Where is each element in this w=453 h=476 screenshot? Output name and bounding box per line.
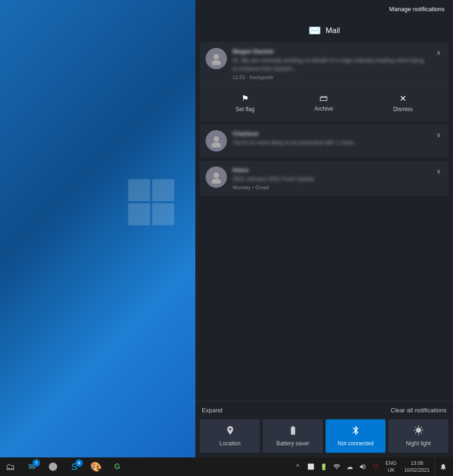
tray-battery[interactable]: 🔋 xyxy=(318,457,330,476)
action-center-bottom-bar: Expand Clear all notifications Location … xyxy=(195,401,453,457)
notif-sender-2: Charlene xyxy=(233,130,429,137)
tray-chevron[interactable]: ^ xyxy=(292,457,304,476)
avatar-1 xyxy=(206,48,227,69)
record-icon xyxy=(49,463,57,471)
avatar-2 xyxy=(206,130,227,152)
notif-collapse-btn-3[interactable]: ∨ xyxy=(434,166,443,176)
tray-date: 16/02/2021 xyxy=(404,467,430,474)
tray-language[interactable]: ENG UK xyxy=(383,457,400,476)
svg-rect-2 xyxy=(128,203,150,225)
notifications-list: Megan Danish Hi, We are currently workin… xyxy=(195,42,453,401)
battery-saver-icon xyxy=(288,425,298,438)
taskbar-skype[interactable]: S 6 xyxy=(64,457,85,476)
svg-rect-1 xyxy=(152,179,174,201)
notif-collapse-btn-1[interactable]: ∧ xyxy=(434,48,443,57)
notif-actions-1: ⚑ Set flag 🗃 Archive ✕ Dismiss xyxy=(206,86,443,115)
flag-icon: ⚑ xyxy=(241,93,249,104)
dismiss-icon: ✕ xyxy=(400,93,406,104)
battery-saver-label: Battery saver xyxy=(276,440,309,447)
notif-sender-1: Megan Danish xyxy=(233,48,429,55)
notif-content-1: Megan Danish Hi, We are currently workin… xyxy=(233,48,429,80)
quick-tile-battery-saver[interactable]: Battery saver xyxy=(263,419,323,453)
mail-envelope-icon: ✉️ xyxy=(308,25,321,37)
svg-point-9 xyxy=(212,178,221,184)
notif-body-2: You're 5x more likely to be promoted wit… xyxy=(233,139,429,147)
location-label: Location xyxy=(220,440,240,447)
taskbar-mail[interactable]: ✉ 7 xyxy=(21,457,42,476)
night-light-label: Night light xyxy=(406,440,431,447)
windows-logo xyxy=(126,177,177,228)
svg-point-8 xyxy=(213,172,219,178)
avatar-3 xyxy=(206,166,227,188)
bottom-links-row: Expand Clear all notifications xyxy=(200,405,448,417)
mail-label: Mail xyxy=(326,26,340,35)
tray-time: 13:08 xyxy=(411,460,424,467)
archive-label: Archive xyxy=(314,106,333,112)
notification-card-2[interactable]: Charlene You're 5x more likely to be pro… xyxy=(200,125,448,157)
taskbar-tray: ^ ⬜ 🔋 ☁ 🛡 ENG UK 13:08 16/02/2021 xyxy=(292,457,453,476)
notif-time-3: Monday • Gmail xyxy=(233,185,429,190)
archive-button[interactable]: 🗃 Archive xyxy=(305,91,342,115)
notif-top-3: Inbox 2021 January 2021 Fund Update Mond… xyxy=(206,166,443,190)
taskbar: 🗂 ✉ 7 S 6 🎨 G ^ ⬜ 🔋 ☁ 🛡 ENG UK xyxy=(0,457,453,476)
svg-point-6 xyxy=(213,136,219,142)
quick-actions-grid: Location Battery saver Not connected Nig… xyxy=(200,417,448,455)
dismiss-button[interactable]: ✕ Dismiss xyxy=(384,91,422,115)
taskbar-paint[interactable]: 🎨 xyxy=(86,457,106,476)
clear-all-link[interactable]: Clear all notifications xyxy=(391,407,446,414)
notif-body-1: Hi, We are currently working on behalf o… xyxy=(233,56,429,73)
notification-bell-button[interactable] xyxy=(434,457,451,476)
svg-rect-3 xyxy=(152,203,174,225)
tray-lang-region: UK xyxy=(387,467,394,474)
quick-tile-bluetooth[interactable]: Not connected xyxy=(326,419,386,453)
skype-badge: 6 xyxy=(75,459,83,467)
quick-tile-night-light[interactable]: Night light xyxy=(388,419,448,453)
notif-top-1: Megan Danish Hi, We are currently workin… xyxy=(206,48,443,80)
mail-badge: 7 xyxy=(33,459,40,467)
tray-clock[interactable]: 13:08 16/02/2021 xyxy=(400,457,433,476)
taskbar-app-g[interactable]: G xyxy=(107,457,127,476)
notif-body-3: 2021 January 2021 Fund Update xyxy=(233,175,429,183)
app-g-icon: G xyxy=(114,463,120,471)
notif-content-3: Inbox 2021 January 2021 Fund Update Mond… xyxy=(233,166,429,190)
tray-volume[interactable] xyxy=(357,457,369,476)
bluetooth-label: Not connected xyxy=(338,440,373,447)
svg-rect-0 xyxy=(128,179,150,201)
paint-icon: 🎨 xyxy=(90,461,102,472)
notif-top-2: Charlene You're 5x more likely to be pro… xyxy=(206,130,443,152)
desktop-background xyxy=(0,0,195,457)
taskbar-record[interactable] xyxy=(43,457,63,476)
taskbar-file-explorer[interactable]: 🗂 xyxy=(0,457,20,476)
set-flag-button[interactable]: ⚑ Set flag xyxy=(226,91,264,115)
notification-card-3[interactable]: Inbox 2021 January 2021 Fund Update Mond… xyxy=(200,161,448,196)
notif-sender-3: Inbox xyxy=(233,166,429,173)
quick-tile-location[interactable]: Location xyxy=(200,419,260,453)
archive-icon: 🗃 xyxy=(320,93,328,103)
night-light-icon xyxy=(413,425,424,438)
tray-lang-text: ENG xyxy=(386,460,397,467)
tray-screen[interactable]: ⬜ xyxy=(305,457,317,476)
svg-point-7 xyxy=(212,142,221,147)
file-explorer-icon: 🗂 xyxy=(6,462,15,472)
tray-shield[interactable]: 🛡 xyxy=(370,457,382,476)
svg-point-4 xyxy=(213,54,219,60)
notification-card-1[interactable]: Megan Danish Hi, We are currently workin… xyxy=(200,42,448,121)
manage-notifications-link[interactable]: Manage notifications xyxy=(195,0,453,16)
notif-collapse-btn-2[interactable]: ∨ xyxy=(434,130,443,139)
mail-notification-header: ✉️ Mail xyxy=(195,16,453,42)
location-icon xyxy=(225,425,235,438)
bluetooth-icon xyxy=(351,425,361,438)
set-flag-label: Set flag xyxy=(236,106,255,112)
notif-time-1: 11:01 - backguide xyxy=(233,74,429,80)
tray-wifi[interactable] xyxy=(331,457,343,476)
notif-content-2: Charlene You're 5x more likely to be pro… xyxy=(233,130,429,147)
svg-point-5 xyxy=(212,60,221,65)
tray-cloud[interactable]: ☁ xyxy=(344,457,356,476)
expand-link[interactable]: Expand xyxy=(202,407,222,414)
dismiss-label: Dismiss xyxy=(393,106,413,112)
action-center-panel: Manage notifications ✉️ Mail Megan Danis… xyxy=(195,0,453,457)
